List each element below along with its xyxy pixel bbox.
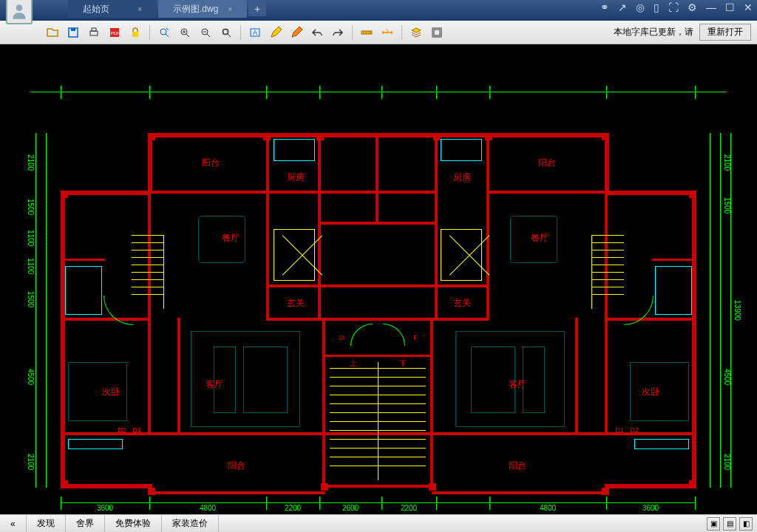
measure-icon[interactable] — [359, 24, 375, 41]
layout-icon[interactable] — [429, 24, 445, 41]
room-label-living: 客厅 — [509, 378, 526, 391]
room-label-balcony: 阳台 — [228, 460, 245, 472]
svg-rect-17 — [434, 30, 440, 35]
wall-exterior — [432, 491, 609, 494]
dim-tick — [381, 497, 382, 510]
stairs-side — [591, 235, 624, 309]
zoom-out-icon[interactable] — [197, 24, 214, 41]
print-icon[interactable] — [86, 24, 102, 41]
mobile-icon[interactable]: ▯ — [654, 1, 659, 13]
room-label-bedroom: 次卧 — [102, 386, 120, 398]
user-avatar[interactable] — [6, 0, 33, 24]
wall-interior — [430, 318, 433, 488]
pdf-icon[interactable]: PDF — [106, 24, 123, 41]
floor-plan: // placeholder - actual structure below … — [0, 44, 757, 514]
column — [263, 133, 271, 140]
pencil-icon[interactable] — [268, 24, 284, 41]
zoom-window-icon[interactable] — [156, 24, 172, 41]
dim-line — [710, 133, 710, 488]
marker-d: D — [339, 334, 344, 341]
dim-value: 4500 — [723, 369, 731, 385]
dim-value: 4800 — [540, 504, 556, 512]
zoom-in-icon[interactable] — [177, 24, 193, 41]
svg-text:A: A — [253, 29, 257, 36]
wall-exterior — [692, 191, 696, 488]
svg-rect-2 — [71, 28, 75, 31]
drawing-canvas[interactable]: // placeholder - actual structure below … — [0, 44, 757, 514]
close-icon[interactable]: × — [228, 5, 232, 13]
column — [433, 133, 441, 140]
column — [321, 483, 328, 491]
wall-exterior — [605, 133, 609, 194]
dim-tick — [489, 497, 490, 510]
tab-label: 起始页 — [83, 3, 109, 16]
save-icon[interactable] — [65, 24, 81, 41]
wall-exterior — [608, 191, 696, 195]
wall-interior — [652, 259, 696, 261]
status-shejie[interactable]: 舍界 — [66, 515, 105, 532]
dim-value: 2600 — [342, 504, 359, 512]
room-label-balcony: 阳台 — [202, 157, 220, 169]
layers-icon[interactable] — [408, 24, 424, 41]
wall-interior — [318, 133, 321, 321]
kitchen-fixture — [441, 139, 482, 161]
room-label-kitchen: 厨房 — [287, 171, 305, 184]
column — [602, 133, 609, 140]
svg-rect-7 — [132, 32, 138, 37]
settings-icon[interactable]: ⚙ — [688, 1, 697, 13]
view-mode-3-icon[interactable]: ◧ — [739, 517, 753, 531]
room-label-entry: 玄关 — [287, 297, 305, 310]
dimension-icon[interactable] — [379, 24, 396, 41]
close-window-icon[interactable]: ✕ — [744, 1, 753, 13]
status-decor[interactable]: 家装造价 — [162, 515, 219, 532]
wall-exterior — [609, 484, 696, 488]
door-arc — [103, 296, 133, 325]
dim-tick — [266, 86, 267, 99]
dim-tick — [61, 497, 61, 510]
titlebar: 起始页 × 示例图.dwg × + ⚭ ↗ ◎ ▯ ⛶ ⚙ — ☐ ✕ — [0, 0, 757, 21]
new-tab-button[interactable]: + — [248, 1, 266, 16]
dim-value: 1500 — [27, 291, 35, 307]
tab-start[interactable]: 起始页 × — [68, 0, 157, 18]
dim-value: 1500 — [723, 197, 731, 214]
open-icon[interactable] — [44, 24, 61, 41]
lock-icon[interactable] — [127, 24, 143, 41]
status-discover[interactable]: 发现 — [27, 515, 66, 532]
column — [602, 488, 609, 495]
collapse-button[interactable]: « — [0, 515, 27, 532]
titlebar-actions: ⚭ ↗ ◎ ▯ ⛶ ⚙ — ☐ ✕ — [600, 1, 753, 13]
wall-exterior — [61, 191, 149, 195]
close-icon[interactable]: × — [138, 5, 142, 13]
wall-interior — [605, 191, 608, 434]
wechat-icon[interactable]: ◎ — [636, 1, 645, 13]
view-mode-1-icon[interactable]: ▣ — [707, 517, 720, 531]
redo-icon[interactable] — [330, 24, 346, 41]
reopen-button[interactable]: 重新打开 — [699, 24, 751, 41]
zoom-extents-icon[interactable] — [218, 24, 234, 41]
tab-file[interactable]: 示例图.dwg × — [158, 0, 247, 18]
maximize-icon[interactable]: ☐ — [725, 1, 735, 13]
dim-value: 2100 — [723, 454, 731, 470]
status-trial[interactable]: 免费体验 — [105, 515, 162, 532]
wall-exterior — [148, 491, 325, 494]
room-label-balcony: 阳台 — [509, 460, 526, 472]
highlight-icon[interactable] — [288, 24, 305, 41]
room-label-living: 客厅 — [206, 378, 223, 391]
share-icon[interactable]: ↗ — [618, 1, 627, 13]
view-mode-2-icon[interactable]: ▤ — [723, 517, 736, 531]
svg-rect-12 — [223, 30, 228, 34]
room-label-balcony: 阳台 — [538, 157, 556, 169]
dim-tick — [695, 497, 696, 510]
status-right: ▣ ▤ ◧ — [707, 517, 757, 531]
dim-tick — [381, 86, 382, 99]
dim-value: 1100 — [27, 258, 35, 274]
minimize-icon[interactable]: — — [706, 1, 716, 13]
dim-value: 2200 — [285, 504, 301, 512]
dim-tick — [606, 497, 607, 510]
column — [689, 191, 696, 198]
undo-icon[interactable] — [309, 24, 325, 41]
wall-interior — [266, 318, 488, 321]
text-icon[interactable]: A — [247, 24, 263, 41]
fullscreen-icon[interactable]: ⛶ — [668, 1, 679, 13]
contacts-icon[interactable]: ⚭ — [600, 1, 609, 13]
